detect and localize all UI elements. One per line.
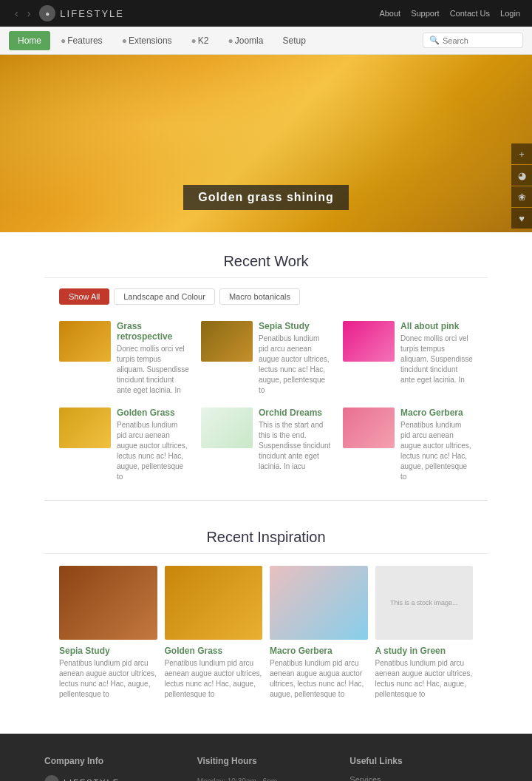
work-thumb-pink[interactable] xyxy=(343,321,395,362)
work-item-2: Sepia Study Penatibus lundium pid arcu a… xyxy=(201,321,331,396)
footer: Company Info ● LIFESTYLE Penatibus lundi… xyxy=(0,734,532,781)
main-navigation: Home ●Features ●Extensions ●K2 ●Joomla S… xyxy=(0,27,532,55)
logo-area: ● LIFESTYLE xyxy=(39,5,124,21)
footer-logo-area: ● LIFESTYLE xyxy=(44,775,183,781)
search-box[interactable]: 🔍 xyxy=(423,33,523,48)
nav-home[interactable]: Home xyxy=(9,31,50,50)
work-title-3[interactable]: All about pink xyxy=(400,321,473,331)
work-title-1[interactable]: Grass retrospective xyxy=(117,321,189,342)
insp-item-4: This is a stock image... A study in Gree… xyxy=(375,566,474,700)
hero-icon-flower[interactable]: ❀ xyxy=(511,186,532,207)
nav-setup[interactable]: Setup xyxy=(273,31,314,50)
top-navigation: ‹ › ● LIFESTYLE About Support Contact Us… xyxy=(0,0,532,27)
insp-item-1: Sepia Study Penatibus lundium pid arcu a… xyxy=(59,566,157,700)
work-item-3: All about pink Donec mollis orci vel tur… xyxy=(343,321,473,396)
insp-desc-1: Penatibus lundium pid arcu aenean augue … xyxy=(59,658,157,700)
work-info-3: All about pink Donec mollis orci vel tur… xyxy=(400,321,473,385)
work-desc-1: Donec mollis orci vel turpis tempus aliq… xyxy=(117,344,189,396)
insp-thumb-1[interactable] xyxy=(59,566,157,640)
work-item-5: Orchid Dreams This is the start and this… xyxy=(201,408,331,482)
work-thumb-sepia[interactable] xyxy=(201,321,253,362)
nav-features[interactable]: ●Features xyxy=(52,31,112,50)
site-logo: LIFESTYLE xyxy=(60,8,124,19)
insp-desc-3: Penatibus lundium pid arcu aenean augue … xyxy=(270,658,368,700)
work-info-1: Grass retrospective Donec mollis orci ve… xyxy=(117,321,189,396)
stock-image-label: This is a stock image... xyxy=(390,599,458,606)
insp-title-3[interactable]: Macro Gerbera xyxy=(270,646,368,656)
hours-monday: Monday: 10:30am - 6pm xyxy=(197,775,335,781)
filter-landscape[interactable]: Landscape and Colour xyxy=(114,288,215,305)
insp-title-2[interactable]: Golden Grass xyxy=(165,646,263,656)
logo-icon: ● xyxy=(39,5,55,21)
filter-show-all[interactable]: Show All xyxy=(59,288,109,305)
work-thumb-grass[interactable] xyxy=(59,321,111,362)
work-title-6[interactable]: Macro Gerbera xyxy=(400,408,473,418)
work-item-4: Golden Grass Penatibus lundium pid arcu … xyxy=(59,408,189,482)
hero-icon-circle[interactable]: ◕ xyxy=(511,165,532,186)
work-title-2[interactable]: Sepia Study xyxy=(259,321,331,331)
insp-desc-4: Penatibus lundium pid arcu aenean augue … xyxy=(375,658,474,700)
hero-sidebar-icons: + ◕ ❀ ♥ xyxy=(511,143,532,229)
nav-k2[interactable]: ●K2 xyxy=(183,31,218,50)
hero-section: Golden grass shining + ◕ ❀ ♥ xyxy=(0,55,532,232)
hero-title: Golden grass shining xyxy=(183,185,349,210)
link-services[interactable]: Services xyxy=(349,775,488,781)
footer-hours-col: Visiting Hours Monday: 10:30am - 6pm Tue… xyxy=(197,756,335,781)
footer-logo-text: LIFESTYLE xyxy=(64,778,120,781)
work-item-1: Grass retrospective Donec mollis orci ve… xyxy=(59,321,189,396)
nav-joomla[interactable]: ●Joomla xyxy=(219,31,273,50)
back-arrow[interactable]: ‹ xyxy=(12,6,21,21)
work-info-2: Sepia Study Penatibus lundium pid arcu a… xyxy=(259,321,331,396)
search-input[interactable] xyxy=(443,36,516,45)
contact-link[interactable]: Contact Us xyxy=(450,9,490,18)
support-link[interactable]: Support xyxy=(411,9,440,18)
insp-desc-2: Penatibus lundium pid arcu aenean augue … xyxy=(165,658,263,700)
work-thumb-golden[interactable] xyxy=(59,408,111,448)
work-grid: Grass retrospective Donec mollis orci ve… xyxy=(0,315,532,500)
insp-item-2: Golden Grass Penatibus lundium pid arcu … xyxy=(165,566,263,700)
footer-links-title: Useful Links xyxy=(349,756,488,766)
inspiration-grid: Sepia Study Penatibus lundium pid arcu a… xyxy=(0,554,532,711)
nav-arrows: ‹ › xyxy=(12,6,33,21)
top-nav-left: ‹ › ● LIFESTYLE xyxy=(12,5,124,21)
work-info-5: Orchid Dreams This is the start and this… xyxy=(259,408,331,472)
filter-macro[interactable]: Macro botanicals xyxy=(219,288,300,305)
recent-work-title: Recent Work xyxy=(44,232,488,278)
footer-company-title: Company Info xyxy=(44,756,183,766)
insp-title-4[interactable]: A study in Green xyxy=(375,646,474,656)
recent-work-section: Recent Work Show All Landscape and Colou… xyxy=(0,232,532,500)
hero-icon-plus[interactable]: + xyxy=(511,143,532,164)
insp-thumb-3[interactable] xyxy=(270,566,368,640)
forward-arrow[interactable]: › xyxy=(24,6,34,21)
inspiration-title: Recent Inspiration xyxy=(44,508,488,554)
footer-links-col: Useful Links Services Clients Works News… xyxy=(349,756,488,781)
work-info-4: Golden Grass Penatibus lundium pid arcu … xyxy=(117,408,189,482)
work-thumb-gerbera[interactable] xyxy=(343,408,395,448)
search-icon: 🔍 xyxy=(429,36,440,45)
work-item-6: Macro Gerbera Penatibus lundium pid arcu… xyxy=(343,408,473,482)
filter-bar: Show All Landscape and Colour Macro bota… xyxy=(0,278,532,315)
about-link[interactable]: About xyxy=(379,9,400,18)
work-info-6: Macro Gerbera Penatibus lundium pid arcu… xyxy=(400,408,473,482)
work-desc-5: This is the start and this is the end. S… xyxy=(259,420,331,472)
work-title-4[interactable]: Golden Grass xyxy=(117,408,189,418)
insp-thumb-2[interactable] xyxy=(165,566,263,640)
visiting-hours: Monday: 10:30am - 6pm Tuesday: 10:30am -… xyxy=(197,775,335,781)
insp-thumb-4[interactable]: This is a stock image... xyxy=(375,566,474,640)
work-title-5[interactable]: Orchid Dreams xyxy=(259,408,331,418)
work-desc-6: Penatibus lundium pid arcu aenean augue … xyxy=(400,420,473,482)
work-desc-2: Penatibus lundium pid arcu aenean augue … xyxy=(259,334,331,396)
footer-hours-title: Visiting Hours xyxy=(197,756,335,766)
recent-inspiration-section: Recent Inspiration Sepia Study Penatibus… xyxy=(0,501,532,734)
work-desc-4: Penatibus lundium pid arcu aenean augue … xyxy=(117,420,189,482)
footer-top: Company Info ● LIFESTYLE Penatibus lundi… xyxy=(0,756,532,781)
nav-extensions[interactable]: ●Extensions xyxy=(113,31,181,50)
work-thumb-orchid[interactable] xyxy=(201,408,253,448)
work-desc-3: Donec mollis orci vel turpis tempus aliq… xyxy=(400,334,473,385)
footer-logo-icon: ● xyxy=(44,775,59,781)
useful-links: Services Clients Works News Careers Abou… xyxy=(349,775,488,781)
hero-icon-heart[interactable]: ♥ xyxy=(511,208,532,229)
login-link[interactable]: Login xyxy=(500,9,520,18)
insp-title-1[interactable]: Sepia Study xyxy=(59,646,157,656)
top-nav-links: About Support Contact Us Login xyxy=(379,9,520,18)
